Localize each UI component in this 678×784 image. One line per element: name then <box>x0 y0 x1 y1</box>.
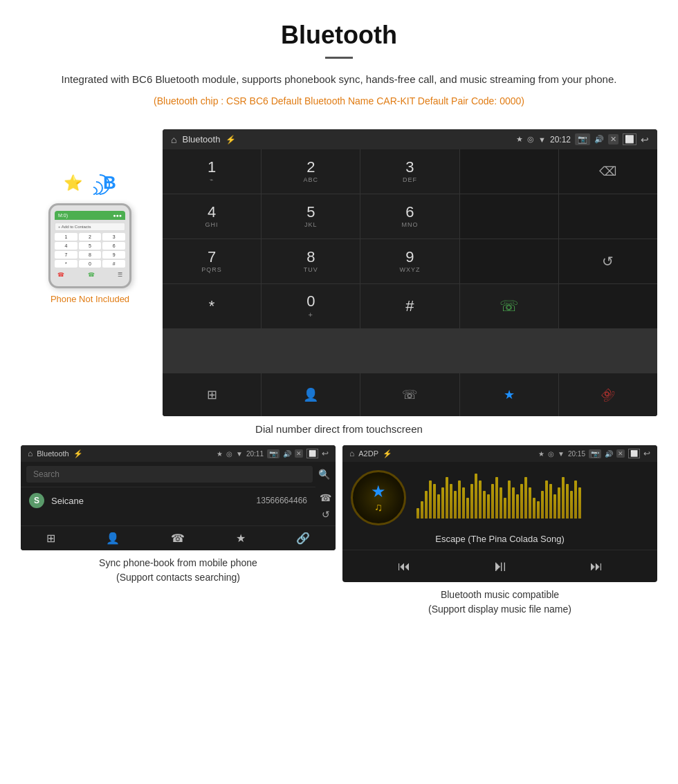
phone-bottom-bar: ☎ ☎ ☰ <box>55 270 125 279</box>
eq-bar <box>450 484 452 519</box>
pb-back-icon[interactable]: ↩ <box>322 449 329 458</box>
music-win-icon[interactable]: ⬜ <box>628 449 640 458</box>
dial-key-0[interactable]: 0+ <box>262 284 360 328</box>
music-back-icon[interactable]: ↩ <box>643 449 650 458</box>
play-pause-icon[interactable]: ⏯ <box>493 557 508 575</box>
pb-contact-row[interactable]: S Seicane 13566664466 <box>21 487 315 514</box>
dial-key-6[interactable]: 6MNO <box>360 194 459 239</box>
phone-add-contact: + Add to Contacts <box>55 223 125 231</box>
eq-bar <box>491 484 494 519</box>
music-status-bar: ⌂ A2DP ⚡ ★ ◎ ▼ 20:15 📷 🔊 ✕ ⬜ ↩ <box>342 445 657 462</box>
close-icon[interactable]: ✕ <box>608 134 619 144</box>
phonebook-caption: Sync phone-book from mobile phone (Suppo… <box>99 550 257 585</box>
home-icon[interactable]: ⌂ <box>171 134 176 145</box>
dial-key-backspace[interactable]: ⌫ <box>559 149 657 194</box>
phone-top-bar: M:0) ●●● <box>55 211 125 220</box>
music-title: A2DP <box>358 449 378 458</box>
eq-bar <box>566 484 569 519</box>
dialpad-grid: 1⌁ 2ABC 3DEF ⌫ 4GHI 5JKL 6MNO 7PQRS 8TUV… <box>163 149 657 373</box>
pb-title: Bluetooth <box>37 449 68 458</box>
dial-key-1[interactable]: 1⌁ <box>163 149 261 194</box>
phonebook-screen: ⌂ Bluetooth ⚡ ★ ◎ ▼ 20:11 📷 🔊 ✕ ⬜ ↩ <box>21 445 336 550</box>
window-icon[interactable]: ⬜ <box>623 133 636 145</box>
music-vol-icon[interactable]: 🔊 <box>605 450 613 458</box>
dial-key-bluetooth-nav[interactable]: ★ <box>460 373 558 416</box>
pb-nav-grid[interactable]: ⊞ <box>46 532 55 545</box>
eq-bar <box>541 491 544 519</box>
eq-bar <box>429 480 432 519</box>
pb-loc-icon: ◎ <box>226 450 232 458</box>
eq-bar <box>462 487 465 519</box>
eq-bar <box>574 480 577 519</box>
dial-key-grid[interactable]: ⊞ <box>163 373 261 416</box>
eq-bar <box>475 474 477 519</box>
phone-mock: M:0) ●●● + Add to Contacts 123 456 789 *… <box>48 203 131 288</box>
back-icon[interactable]: ↩ <box>641 134 649 145</box>
contact-number: 13566664466 <box>257 496 307 505</box>
description-text: Integrated with BC6 Bluetooth module, su… <box>42 71 636 88</box>
pb-call-icon[interactable]: ☎ <box>320 492 331 503</box>
pb-nav-person[interactable]: 👤 <box>106 532 120 545</box>
dial-key-8[interactable]: 8TUV <box>262 239 360 283</box>
music-main: ★ ♫ <box>342 462 657 534</box>
next-icon[interactable]: ⏭ <box>590 559 603 574</box>
music-close-icon[interactable]: ✕ <box>616 449 625 458</box>
dial-key-contacts[interactable]: 👤 <box>262 373 360 416</box>
dial-key-7[interactable]: 7PQRS <box>163 239 261 283</box>
eq-bar <box>425 491 428 519</box>
dial-key-5[interactable]: 5JKL <box>262 194 360 239</box>
eq-bar <box>454 491 457 519</box>
eq-bar <box>512 487 515 519</box>
pb-status-bar: ⌂ Bluetooth ⚡ ★ ◎ ▼ 20:11 📷 🔊 ✕ ⬜ ↩ <box>21 445 336 462</box>
dial-caption: Dial number direct from touchscreen <box>0 416 678 445</box>
eq-bar <box>516 494 519 519</box>
pb-nav-phone[interactable]: ☎ <box>171 532 185 545</box>
eq-bar <box>487 494 490 519</box>
pb-search-row: 🔍 <box>21 462 336 487</box>
dial-key-call-red[interactable]: ☏ <box>559 373 657 416</box>
dial-key-3[interactable]: 3DEF <box>360 149 459 194</box>
volume-icon[interactable]: 🔊 <box>594 135 604 144</box>
eq-bar <box>479 480 482 519</box>
prev-icon[interactable]: ⏮ <box>398 559 410 574</box>
music-bluetooth-icon: ★ <box>371 482 386 501</box>
pb-close-icon[interactable]: ✕ <box>295 449 303 458</box>
dial-key-empty-4 <box>460 239 558 283</box>
music-loc-icon: ◎ <box>548 450 554 458</box>
dial-key-call-green[interactable]: ☏ <box>460 284 558 328</box>
pb-nav-link[interactable]: 🔗 <box>296 532 310 545</box>
pb-bottom-nav: ⊞ 👤 ☎ ★ 🔗 <box>21 525 336 550</box>
pb-search-icon[interactable]: 🔍 <box>318 469 330 480</box>
eq-bar <box>500 487 502 519</box>
pb-time: 20:11 <box>246 450 264 458</box>
music-home-icon[interactable]: ⌂ <box>349 449 354 458</box>
pb-home-icon[interactable]: ⌂ <box>28 449 33 458</box>
pb-search-input[interactable] <box>26 466 313 483</box>
dial-key-empty-5 <box>559 284 657 328</box>
dial-key-empty-2 <box>460 194 558 239</box>
eq-bar <box>529 487 531 519</box>
music-visualizer <box>413 470 649 525</box>
pb-refresh-icon[interactable]: ↺ <box>320 509 331 520</box>
dial-key-star[interactable]: * <box>163 284 261 328</box>
pb-vol-icon[interactable]: 🔊 <box>283 450 291 458</box>
time-display: 20:12 <box>550 135 571 144</box>
eq-bar <box>533 498 535 519</box>
dial-key-empty-1 <box>460 149 558 194</box>
pb-win-icon[interactable]: ⬜ <box>306 449 318 458</box>
pb-cam-icon[interactable]: 📷 <box>267 449 280 458</box>
music-cam-icon[interactable]: 📷 <box>589 449 601 458</box>
music-note-icon: ♫ <box>374 501 383 514</box>
camera-icon[interactable]: 📷 <box>575 133 590 145</box>
music-controls: ⏮ ⏯ ⏭ <box>342 550 657 582</box>
dial-key-9[interactable]: 9WXYZ <box>360 239 459 283</box>
dial-key-refresh[interactable]: ↺ <box>559 239 657 283</box>
pb-nav-bluetooth[interactable]: ★ <box>236 532 246 545</box>
dial-key-2[interactable]: 2ABC <box>262 149 360 194</box>
header-section: Bluetooth Integrated with BC6 Bluetooth … <box>0 0 678 122</box>
dial-key-hash[interactable]: # <box>360 284 459 328</box>
contact-avatar: S <box>29 493 44 508</box>
dial-key-4[interactable]: 4GHI <box>163 194 261 239</box>
phonebook-item: ⌂ Bluetooth ⚡ ★ ◎ ▼ 20:11 📷 🔊 ✕ ⬜ ↩ <box>21 445 336 617</box>
dial-key-phone[interactable]: ☏ <box>360 373 459 416</box>
